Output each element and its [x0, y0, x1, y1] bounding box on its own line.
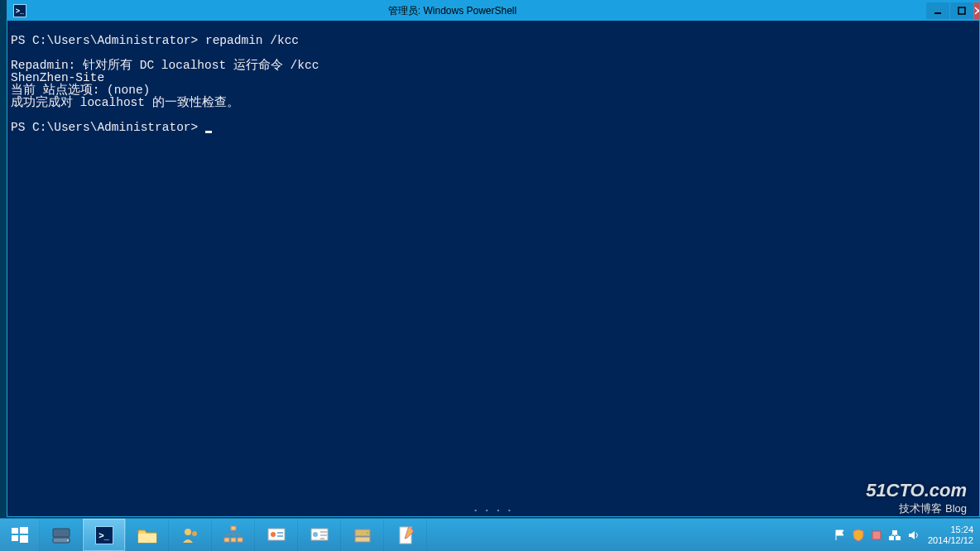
svg-rect-23	[355, 537, 370, 542]
svg-point-10	[185, 529, 191, 535]
svg-rect-28	[896, 536, 901, 540]
notes-icon	[396, 525, 416, 546]
system-tray: 15:24 2014/12/12	[827, 519, 980, 551]
cursor	[205, 131, 212, 133]
taskbar-snapin-2[interactable]	[298, 519, 341, 551]
svg-rect-27	[889, 536, 894, 540]
clock-date: 2014/12/12	[928, 535, 973, 546]
taskbar: >_	[0, 518, 980, 551]
taskbar-powershell[interactable]: >_	[83, 519, 126, 551]
command-text: repadmin /kcc	[205, 34, 299, 47]
svg-point-11	[192, 531, 197, 536]
svg-rect-26	[872, 531, 881, 539]
taskbar-ad-sites[interactable]	[212, 519, 255, 551]
output-line: Repadmin: 针对所有 DC localhost 运行命令 /kcc	[11, 59, 319, 72]
maximize-button[interactable]	[950, 2, 973, 19]
svg-rect-15	[238, 538, 243, 542]
resize-handle: • • • •	[473, 504, 513, 516]
taskbar-snapin-1[interactable]	[255, 519, 298, 551]
start-button[interactable]	[0, 519, 40, 551]
output-line: 成功完成对 localhost 的一致性检查。	[11, 96, 239, 109]
svg-rect-12	[231, 526, 236, 530]
svg-rect-9	[138, 534, 156, 543]
svg-rect-1	[958, 7, 965, 14]
dns-icon	[352, 525, 373, 546]
network-icon[interactable]	[888, 529, 901, 542]
taskbar-file-explorer[interactable]	[126, 519, 169, 551]
volume-icon[interactable]	[906, 529, 920, 542]
svg-rect-19	[277, 535, 283, 537]
taskbar-admin-tool-1[interactable]	[169, 519, 212, 551]
output-line: 当前 站点选项: (none)	[11, 84, 150, 97]
powershell-icon: >_	[95, 526, 113, 544]
console-icon	[309, 525, 330, 546]
powershell-window: >_ 管理员: Windows PowerShell PS C:\Users\A…	[7, 0, 980, 517]
taskbar-server-manager[interactable]	[40, 519, 83, 551]
output-line: ShenZhen-Site	[11, 71, 104, 84]
windows-icon	[10, 525, 30, 545]
window-title: 管理员: Windows PowerShell	[0, 4, 925, 18]
svg-rect-2	[12, 528, 18, 534]
taskbar-document[interactable]	[384, 519, 427, 551]
svg-rect-6	[53, 529, 70, 537]
clock[interactable]: 15:24 2014/12/12	[928, 525, 973, 546]
people-icon	[180, 525, 201, 546]
clock-time: 15:24	[950, 525, 973, 535]
svg-rect-13	[224, 538, 229, 542]
explorer-icon	[136, 525, 159, 545]
prompt: PS C:\Users\Administrator>	[11, 121, 205, 134]
flag-icon[interactable]	[833, 529, 847, 542]
shield-icon[interactable]	[852, 529, 865, 542]
close-button[interactable]	[974, 2, 979, 19]
svg-rect-4	[12, 535, 18, 541]
cert-icon	[266, 525, 287, 546]
network-tree-icon	[223, 525, 244, 546]
minimize-button[interactable]	[926, 2, 949, 19]
taskbar-dns-manager[interactable]	[341, 519, 384, 551]
svg-rect-0	[934, 12, 941, 14]
svg-rect-14	[231, 538, 236, 542]
svg-rect-3	[20, 527, 28, 534]
svg-rect-18	[277, 532, 283, 534]
prompt: PS C:\Users\Administrator>	[11, 34, 205, 47]
svg-rect-5	[20, 535, 28, 543]
svg-point-8	[67, 539, 69, 541]
svg-point-17	[271, 532, 276, 537]
terminal-output[interactable]: PS C:\Users\Administrator> repadmin /kcc…	[7, 21, 979, 516]
titlebar[interactable]: >_ 管理员: Windows PowerShell	[7, 1, 979, 21]
svg-rect-29	[892, 530, 897, 534]
svg-point-21	[313, 532, 318, 537]
server-manager-icon	[50, 524, 73, 547]
tool-icon[interactable]	[870, 529, 883, 542]
svg-point-24	[367, 532, 368, 534]
